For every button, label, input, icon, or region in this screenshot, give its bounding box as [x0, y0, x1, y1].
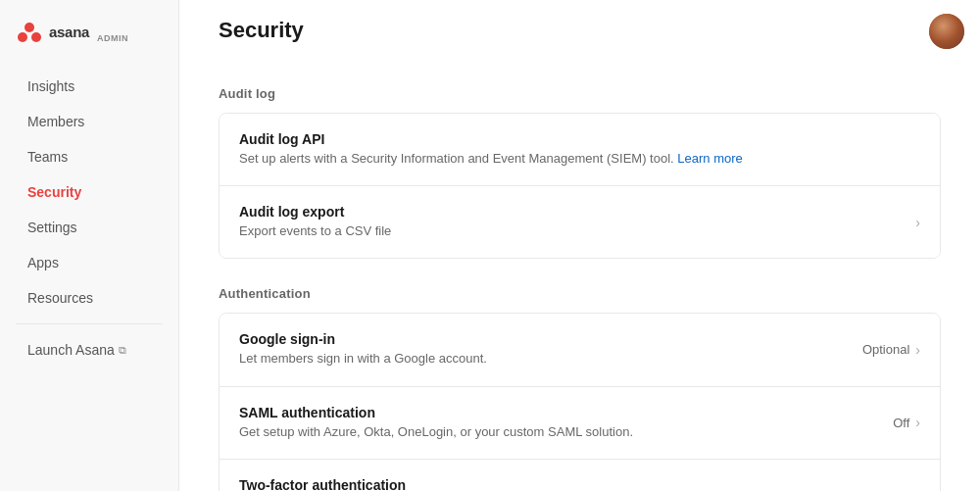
avatar-container — [929, 14, 964, 49]
admin-badge: ADMIN — [97, 33, 128, 43]
authentication-section: Authentication Google sign-in Let member… — [219, 267, 941, 491]
sidebar-item-teams[interactable]: Teams — [8, 140, 171, 173]
audit-log-export-title: Audit log export — [239, 204, 915, 220]
saml-auth-row[interactable]: SAML authentication Get setup with Azure… — [220, 387, 940, 460]
google-signin-content: Google sign-in Let members sign in with … — [239, 331, 862, 368]
sidebar-divider — [16, 323, 163, 324]
asana-icon — [16, 18, 43, 45]
saml-auth-title: SAML authentication — [239, 405, 893, 420]
two-factor-right: Optional › — [862, 487, 920, 491]
audit-log-group: Audit log API Set up alerts with a Secur… — [219, 113, 941, 259]
sidebar-item-resources[interactable]: Resources — [8, 281, 171, 315]
sidebar-logo: asana ADMIN — [0, 0, 178, 65]
two-factor-title: Two-factor authentication — [239, 477, 862, 491]
sidebar-nav: Insights Members Teams Security Settings… — [0, 65, 178, 491]
main-content: Security Audit log Audit log API Set up … — [179, 0, 980, 491]
chevron-icon: › — [915, 487, 920, 491]
sidebar-item-settings[interactable]: Settings — [8, 211, 171, 244]
saml-auth-desc: Get setup with Azure, Okta, OneLogin, or… — [239, 423, 893, 441]
two-factor-row[interactable]: Two-factor authentication Require member… — [220, 460, 940, 491]
audit-log-api-title: Audit log API — [239, 131, 920, 147]
google-signin-title: Google sign-in — [239, 331, 862, 347]
page-title: Security — [219, 18, 941, 43]
svg-point-1 — [18, 32, 27, 42]
sidebar-item-members[interactable]: Members — [8, 105, 171, 138]
chevron-icon: › — [915, 215, 920, 230]
sidebar: asana ADMIN Insights Members Teams Secur… — [0, 0, 179, 491]
launch-asana-link[interactable]: Launch Asana ⧉ — [8, 333, 171, 367]
authentication-section-label: Authentication — [219, 267, 941, 313]
audit-log-api-desc: Set up alerts with a Security Informatio… — [239, 150, 920, 168]
learn-more-link[interactable]: Learn more — [677, 151, 742, 166]
audit-log-export-content: Audit log export Export events to a CSV … — [239, 204, 915, 240]
svg-point-2 — [31, 32, 41, 42]
chevron-icon: › — [915, 342, 920, 358]
avatar[interactable] — [929, 14, 964, 49]
page-header: Security — [219, 0, 941, 67]
sidebar-item-apps[interactable]: Apps — [8, 246, 171, 279]
two-factor-content: Two-factor authentication Require member… — [239, 477, 862, 491]
audit-log-export-right: › — [915, 215, 920, 230]
audit-log-section: Audit log Audit log API Set up alerts wi… — [219, 67, 941, 259]
sidebar-item-insights[interactable]: Insights — [8, 70, 171, 103]
avatar-image — [929, 14, 964, 49]
audit-log-export-desc: Export events to a CSV file — [239, 222, 915, 240]
saml-auth-content: SAML authentication Get setup with Azure… — [239, 405, 893, 441]
sidebar-item-security[interactable]: Security — [8, 175, 171, 209]
saml-auth-right: Off › — [893, 415, 920, 430]
audit-log-section-label: Audit log — [219, 67, 941, 113]
chevron-icon: › — [915, 415, 920, 430]
google-signin-row[interactable]: Google sign-in Let members sign in with … — [220, 314, 940, 386]
authentication-group: Google sign-in Let members sign in with … — [219, 313, 941, 491]
google-signin-desc: Let members sign in with a Google accoun… — [239, 350, 862, 368]
google-signin-status: Optional — [862, 342, 909, 357]
saml-auth-status: Off — [893, 416, 909, 430]
google-signin-right: Optional › — [862, 342, 920, 358]
asana-logo[interactable]: asana ADMIN — [16, 18, 128, 45]
audit-log-api-content: Audit log API Set up alerts with a Secur… — [239, 131, 920, 168]
audit-log-export-row[interactable]: Audit log export Export events to a CSV … — [220, 186, 940, 258]
audit-log-api-row[interactable]: Audit log API Set up alerts with a Secur… — [220, 114, 940, 186]
svg-point-0 — [24, 23, 34, 32]
asana-wordmark: asana — [49, 24, 89, 40]
external-link-icon: ⧉ — [119, 344, 126, 357]
